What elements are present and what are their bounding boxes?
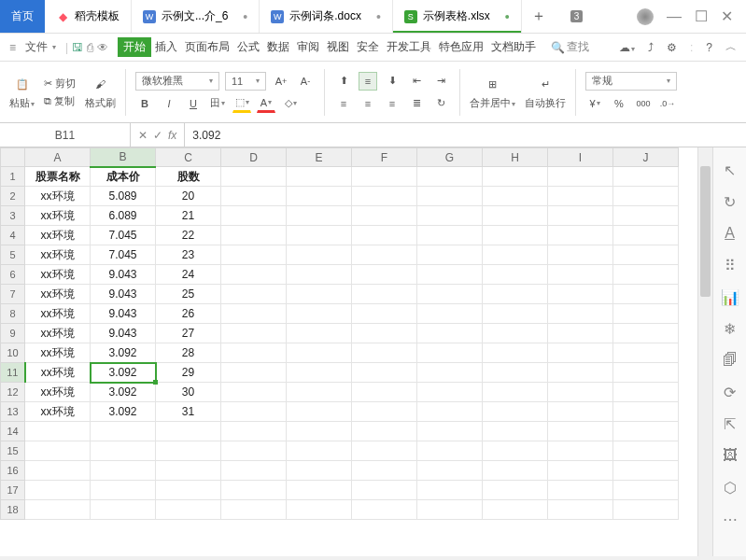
cell[interactable] [483, 245, 548, 265]
cell-A3[interactable]: xx环境 [25, 206, 91, 226]
fx-icon[interactable]: fx [168, 129, 176, 142]
cell[interactable] [287, 343, 352, 363]
font-name-select[interactable]: 微软雅黑▾ [135, 72, 219, 91]
indent-increase-icon[interactable]: ⇥ [431, 72, 450, 91]
more-icon[interactable]: ⋯ [721, 510, 739, 528]
cell[interactable] [613, 245, 679, 265]
cell[interactable] [287, 383, 352, 402]
cell[interactable] [548, 285, 613, 304]
cell-B3[interactable]: 6.089 [91, 206, 156, 226]
cell-C5[interactable]: 23 [156, 245, 221, 265]
cell[interactable] [417, 441, 483, 461]
chart-icon[interactable]: 📊 [721, 287, 739, 306]
menu-tab-9[interactable]: 特色应用 [435, 37, 487, 57]
cell[interactable] [352, 245, 417, 265]
cell[interactable] [91, 422, 156, 441]
cell[interactable] [91, 500, 156, 520]
indent-decrease-icon[interactable]: ⇤ [407, 72, 426, 91]
cell-B1[interactable]: 成本价 [91, 167, 156, 187]
row-header-7[interactable]: 7 [1, 285, 25, 304]
cell[interactable] [548, 461, 613, 481]
vertical-scrollbar[interactable] [697, 147, 712, 556]
cell[interactable] [221, 422, 287, 441]
cell[interactable] [613, 167, 679, 187]
cell[interactable] [352, 206, 417, 226]
cell[interactable] [221, 500, 287, 520]
cell[interactable] [613, 324, 679, 343]
cell[interactable] [483, 481, 548, 500]
paste-button[interactable]: 📋 粘贴▾ [9, 74, 35, 110]
menu-tab-6[interactable]: 视图 [323, 37, 353, 57]
thousands-icon[interactable]: 000 [634, 94, 653, 113]
cell[interactable] [483, 265, 548, 285]
cut-button[interactable]: ✂剪切 [44, 77, 76, 91]
cell[interactable] [352, 441, 417, 461]
cell[interactable] [417, 304, 483, 324]
cell-C13[interactable]: 31 [156, 402, 221, 422]
cell[interactable] [613, 441, 679, 461]
cell[interactable] [548, 206, 613, 226]
copy-button[interactable]: ⧉复制 [44, 94, 76, 108]
refresh-icon[interactable]: ↻ [721, 192, 739, 211]
row-header-10[interactable]: 10 [1, 343, 25, 363]
cell[interactable] [221, 402, 287, 422]
new-tab-button[interactable]: ＋ [522, 0, 556, 33]
avatar[interactable] [637, 8, 654, 25]
export-icon[interactable]: ⇱ [721, 414, 739, 433]
col-header-I[interactable]: I [548, 148, 613, 167]
cell[interactable] [221, 324, 287, 343]
select-all-corner[interactable] [1, 148, 25, 167]
cell-C3[interactable]: 21 [156, 206, 221, 226]
cell-C8[interactable]: 26 [156, 304, 221, 324]
cell-A13[interactable]: xx环境 [25, 402, 91, 422]
cell-C12[interactable]: 30 [156, 383, 221, 402]
col-header-G[interactable]: G [417, 148, 483, 167]
cell-B5[interactable]: 7.045 [91, 245, 156, 265]
help-icon[interactable]: ? [706, 41, 712, 54]
cell-B9[interactable]: 9.043 [91, 324, 156, 343]
cell[interactable] [483, 422, 548, 441]
cell[interactable] [548, 422, 613, 441]
cell-B8[interactable]: 9.043 [91, 304, 156, 324]
cell[interactable] [287, 226, 352, 245]
fill-color-button[interactable]: ⬚▾ [232, 94, 251, 113]
row-header-9[interactable]: 9 [1, 324, 25, 343]
align-top-icon[interactable]: ⬆ [334, 72, 353, 91]
cell-B13[interactable]: 3.092 [91, 402, 156, 422]
menu-tab-5[interactable]: 审阅 [293, 37, 323, 57]
cell[interactable] [352, 481, 417, 500]
cell[interactable] [221, 441, 287, 461]
row-header-13[interactable]: 13 [1, 402, 25, 422]
cell[interactable] [548, 304, 613, 324]
cell-A5[interactable]: xx环境 [25, 245, 91, 265]
cancel-icon[interactable]: ✕ [138, 129, 148, 142]
cell[interactable] [287, 285, 352, 304]
cell[interactable] [613, 402, 679, 422]
col-header-D[interactable]: D [221, 148, 287, 167]
row-header-14[interactable]: 14 [1, 422, 25, 441]
cell[interactable] [417, 187, 483, 206]
snowflake-icon[interactable]: ❄ [721, 319, 739, 338]
cell[interactable] [417, 285, 483, 304]
cell[interactable] [352, 500, 417, 520]
cell[interactable] [287, 363, 352, 383]
percent-icon[interactable]: % [610, 94, 628, 113]
cell-A1[interactable]: 股票名称 [25, 167, 91, 187]
row-header-8[interactable]: 8 [1, 304, 25, 324]
cell[interactable] [613, 226, 679, 245]
cell-A12[interactable]: xx环境 [25, 383, 91, 402]
cell[interactable] [156, 481, 221, 500]
cell[interactable] [548, 226, 613, 245]
cell-A6[interactable]: xx环境 [25, 265, 91, 285]
col-header-F[interactable]: F [352, 148, 417, 167]
cell[interactable] [25, 500, 91, 520]
cell-C6[interactable]: 24 [156, 265, 221, 285]
cell[interactable] [613, 304, 679, 324]
cell-A8[interactable]: xx环境 [25, 304, 91, 324]
cell[interactable] [287, 304, 352, 324]
cell[interactable] [287, 265, 352, 285]
cell[interactable] [548, 500, 613, 520]
cell[interactable] [483, 187, 548, 206]
wrap-text-button[interactable]: ↵ 自动换行 [525, 74, 566, 110]
justify-icon[interactable]: ≣ [407, 94, 426, 113]
